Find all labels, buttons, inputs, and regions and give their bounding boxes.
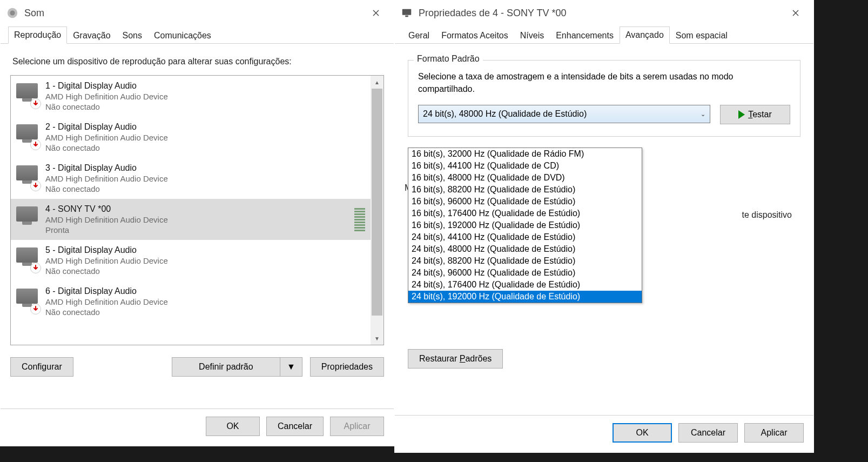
format-option[interactable]: 16 bit(s), 192000 Hz (Qualidade de Estúd…: [408, 219, 642, 231]
device-name: 4 - SONY TV *00: [45, 204, 168, 214]
format-option[interactable]: 16 bit(s), 176400 Hz (Qualidade de Estúd…: [408, 207, 642, 219]
sound-footer: OK Cancelar Aplicar: [1, 409, 394, 446]
configure-button[interactable]: Configurar: [10, 357, 73, 377]
ok-button[interactable]: OK: [206, 417, 260, 436]
level-meter-icon: [354, 208, 365, 231]
sound-title: Som: [24, 8, 364, 19]
device-driver: AMD High Definition Audio Device: [45, 215, 168, 224]
scrollbar[interactable]: ▲ ▼: [371, 76, 383, 345]
set-default-dropdown[interactable]: ▼: [280, 357, 302, 377]
exclusive-mode-text-fragment: te dispositivo: [742, 210, 792, 220]
device-name: 6 - Digital Display Audio: [45, 286, 168, 296]
tab-geral[interactable]: Geral: [402, 27, 435, 44]
props-tabs: GeralFormatos AceitosNíveisEnhancementsA…: [395, 25, 813, 44]
test-button[interactable]: Testar: [720, 105, 790, 124]
sound-titlebar: Som: [1, 1, 394, 25]
format-option[interactable]: 24 bit(s), 88200 Hz (Qualidade de Estúdi…: [408, 255, 642, 267]
format-option[interactable]: 16 bit(s), 32000 Hz (Qualidade de Rádio …: [408, 148, 642, 160]
close-button[interactable]: [364, 1, 388, 25]
format-option[interactable]: 16 bit(s), 96000 Hz (Qualidade de Estúdi…: [408, 196, 642, 207]
svg-point-1: [10, 10, 15, 15]
device-name: 3 - Digital Display Audio: [45, 163, 168, 173]
default-format-text: Selecione a taxa de amostragem e a inten…: [418, 70, 790, 95]
device-item[interactable]: 5 - Digital Display AudioAMD High Defini…: [11, 240, 371, 281]
tab-grava-o[interactable]: Gravação: [67, 27, 116, 44]
format-option[interactable]: 24 bit(s), 192000 Hz (Qualidade de Estúd…: [408, 291, 642, 303]
props-title: Propriedades de 4 - SONY TV *00: [419, 8, 783, 19]
set-default-split: Definir padrão ▼: [172, 357, 302, 377]
props-content: Formato Padrão Selecione a taxa de amost…: [395, 44, 813, 415]
restore-defaults-button[interactable]: Restaurar Padrões: [408, 349, 503, 369]
sound-window: Som ReproduçãoGravaçãoSonsComunicações S…: [0, 0, 394, 446]
default-format-group: Formato Padrão Selecione a taxa de amost…: [408, 60, 800, 137]
ok-button[interactable]: OK: [613, 423, 672, 443]
apply-button[interactable]: Aplicar: [330, 417, 384, 436]
chevron-down-icon: ⌄: [701, 111, 705, 118]
format-dropdown-list[interactable]: 16 bit(s), 32000 Hz (Qualidade de Rádio …: [408, 148, 642, 303]
device-name: 5 - Digital Display Audio: [45, 245, 168, 255]
scroll-down-icon[interactable]: ▼: [371, 332, 383, 345]
tab-avan-ado[interactable]: Avançado: [620, 26, 670, 44]
device-name: 2 - Digital Display Audio: [45, 122, 168, 132]
device-item[interactable]: 1 - Digital Display AudioAMD High Defini…: [11, 76, 371, 117]
cancel-button[interactable]: Cancelar: [266, 417, 324, 436]
sound-content: Selecione um dispositivo de reprodução p…: [1, 44, 394, 409]
device-status: Não conectado: [45, 184, 168, 193]
scroll-up-icon[interactable]: ▲: [371, 76, 383, 89]
apply-button[interactable]: Aplicar: [744, 423, 804, 443]
tab-comunica-es[interactable]: Comunicações: [148, 27, 217, 44]
monitor-icon: [400, 6, 413, 19]
device-item[interactable]: 2 - Digital Display AudioAMD High Defini…: [11, 117, 371, 158]
svg-rect-3: [405, 16, 408, 17]
format-selected-value: 24 bit(s), 48000 Hz (Qualidade de Estúdi…: [423, 109, 587, 119]
device-item[interactable]: 3 - Digital Display AudioAMD High Defini…: [11, 158, 371, 199]
format-option[interactable]: 24 bit(s), 44100 Hz (Qualidade de Estúdi…: [408, 231, 642, 243]
properties-button[interactable]: Propriedades: [310, 357, 384, 377]
device-status: Não conectado: [45, 143, 168, 152]
monitor-icon: [14, 204, 40, 230]
svg-rect-2: [402, 9, 412, 15]
close-button[interactable]: [783, 1, 808, 25]
test-label: estar: [752, 110, 772, 119]
sound-tabs: ReproduçãoGravaçãoSonsComunicações: [1, 25, 394, 44]
props-footer: OK Cancelar Aplicar: [395, 415, 813, 452]
device-name: 1 - Digital Display Audio: [45, 81, 168, 91]
device-status: Pronta: [45, 225, 168, 235]
device-driver: AMD High Definition Audio Device: [45, 297, 168, 306]
tab-sons[interactable]: Sons: [117, 27, 148, 44]
tab-enhancements[interactable]: Enhancements: [550, 27, 620, 44]
device-driver: AMD High Definition Audio Device: [45, 174, 168, 183]
format-option[interactable]: 16 bit(s), 88200 Hz (Qualidade de Estúdi…: [408, 184, 642, 196]
format-option[interactable]: 24 bit(s), 96000 Hz (Qualidade de Estúdi…: [408, 267, 642, 279]
device-item[interactable]: 4 - SONY TV *00AMD High Definition Audio…: [11, 199, 371, 240]
tab-reprodu-o[interactable]: Reprodução: [8, 26, 67, 44]
tab-formatos-aceitos[interactable]: Formatos Aceitos: [435, 27, 514, 44]
sound-button-row: Configurar Definir padrão ▼ Propriedades: [10, 357, 384, 377]
tab-som-espacial[interactable]: Som espacial: [670, 27, 734, 44]
speaker-icon: [6, 6, 19, 19]
format-option[interactable]: 16 bit(s), 44100 Hz (Qualidade de CD): [408, 160, 642, 172]
scroll-thumb[interactable]: [372, 89, 382, 316]
cancel-button[interactable]: Cancelar: [678, 423, 738, 443]
monitor-disconnected-icon: [14, 81, 40, 107]
device-driver: AMD High Definition Audio Device: [45, 256, 168, 265]
tab-n-veis[interactable]: Níveis: [514, 27, 550, 44]
device-driver: AMD High Definition Audio Device: [45, 133, 168, 142]
play-icon: [738, 110, 745, 119]
device-listbox[interactable]: 1 - Digital Display AudioAMD High Defini…: [10, 75, 384, 345]
properties-window: Propriedades de 4 - SONY TV *00 GeralFor…: [394, 0, 814, 453]
set-default-button[interactable]: Definir padrão: [172, 357, 280, 377]
device-item[interactable]: 6 - Digital Display AudioAMD High Defini…: [11, 281, 371, 322]
format-option[interactable]: 24 bit(s), 48000 Hz (Qualidade de Estúdi…: [408, 243, 642, 255]
format-option[interactable]: 24 bit(s), 176400 Hz (Qualidade de Estúd…: [408, 279, 642, 291]
device-status: Não conectado: [45, 266, 168, 276]
playback-instruction: Selecione um dispositivo de reprodução p…: [12, 57, 384, 66]
device-status: Não conectado: [45, 307, 168, 317]
monitor-disconnected-icon: [14, 122, 40, 148]
device-status: Não conectado: [45, 102, 168, 111]
format-option[interactable]: 16 bit(s), 48000 Hz (Qualidade de DVD): [408, 172, 642, 184]
props-titlebar: Propriedades de 4 - SONY TV *00: [395, 1, 813, 25]
format-combobox[interactable]: 24 bit(s), 48000 Hz (Qualidade de Estúdi…: [418, 105, 710, 123]
default-format-legend: Formato Padrão: [414, 54, 483, 64]
monitor-disconnected-icon: [14, 286, 40, 312]
